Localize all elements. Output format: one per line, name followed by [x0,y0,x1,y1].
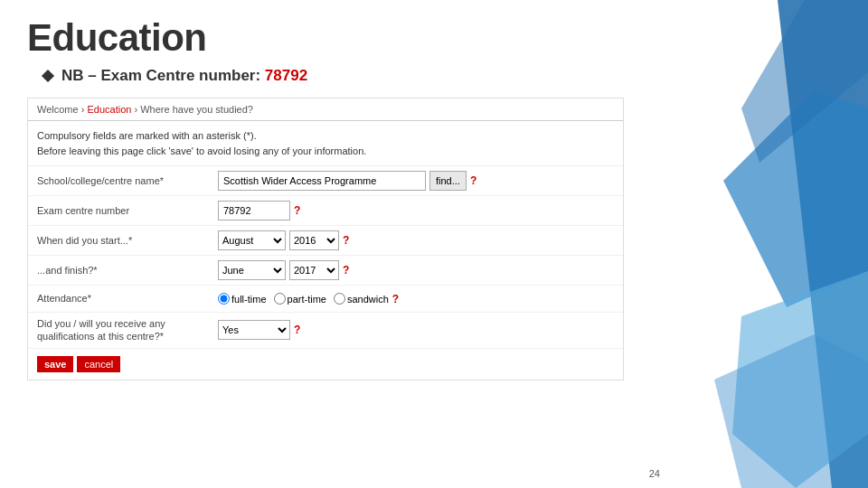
school-control: find... ? [218,171,614,191]
start-row: When did you start...* August 2016 ? [28,226,623,256]
finish-label: ...and finish?* [37,264,218,277]
nb-line: NB – Exam Centre number: 78792 [43,67,841,85]
find-button[interactable]: find... [429,171,467,191]
start-help-button[interactable]: ? [343,234,349,247]
start-year-select[interactable]: 2016 [289,230,339,250]
parttime-radio[interactable] [274,293,286,305]
form-container: Welcome › Education › Where have you stu… [27,98,624,380]
finish-year-select[interactable]: 2017 [289,260,339,280]
sandwich-label[interactable]: sandwich [334,293,389,305]
nb-text: NB – Exam Centre number: 78792 [61,67,307,85]
qualifications-select[interactable]: Yes No [218,320,290,340]
qualifications-help-button[interactable]: ? [294,324,300,336]
attendance-control: full-time part-time sandwich ? [218,293,614,305]
breadcrumb-location: Where have you studied? [140,104,253,115]
diamond-icon [42,70,54,82]
breadcrumb: Welcome › Education › Where have you stu… [28,99,623,121]
parttime-label[interactable]: part-time [274,293,326,305]
fulltime-radio[interactable] [218,293,230,305]
fulltime-text: full-time [231,294,267,305]
compulsory-line1: Compulsory fields are marked with an ast… [37,128,614,144]
start-label: When did you start...* [37,234,218,247]
start-month-select[interactable]: August [218,230,286,250]
fulltime-label[interactable]: full-time [218,293,267,305]
sandwich-text: sandwich [347,294,389,305]
action-bar: save cancel [28,349,623,380]
attendance-help-button[interactable]: ? [392,293,399,305]
attendance-label: Attendance* [37,292,218,305]
school-help-button[interactable]: ? [470,174,476,187]
parttime-text: part-time [288,294,326,305]
exam-label: Exam centre number [37,204,218,217]
compulsory-line2: Before leaving this page click 'save' to… [37,144,614,159]
exam-row: Exam centre number ? [28,196,623,226]
school-label: School/college/centre name* [37,174,218,187]
start-control: August 2016 ? [218,230,614,250]
qualifications-label: Did you / will you receive any qualifica… [37,317,218,343]
finish-row: ...and finish?* June 2017 ? [28,256,623,286]
qualifications-control: Yes No ? [218,320,614,340]
attendance-row: Attendance* full-time part-time sandwich [28,286,623,313]
save-button[interactable]: save [37,356,73,372]
cancel-button[interactable]: cancel [77,356,120,372]
page-number: 24 [649,468,660,479]
sandwich-radio[interactable] [334,293,345,305]
finish-control: June 2017 ? [218,260,614,280]
nb-number: 78792 [265,67,307,84]
exam-help-button[interactable]: ? [294,204,300,217]
finish-help-button[interactable]: ? [343,264,349,277]
exam-number-input[interactable] [218,201,290,221]
exam-control: ? [218,201,614,221]
breadcrumb-welcome: Welcome [37,104,79,115]
qualifications-row: Did you / will you receive any qualifica… [28,313,623,349]
school-input[interactable] [218,171,426,191]
breadcrumb-education[interactable]: Education [87,104,131,115]
radio-group: full-time part-time sandwich [218,293,389,305]
school-row: School/college/centre name* find... ? [28,166,623,196]
finish-month-select[interactable]: June [218,260,286,280]
compulsory-note: Compulsory fields are marked with an ast… [28,121,623,166]
nb-label: NB – Exam Centre number: [61,67,260,84]
page-title: Education [27,16,841,60]
